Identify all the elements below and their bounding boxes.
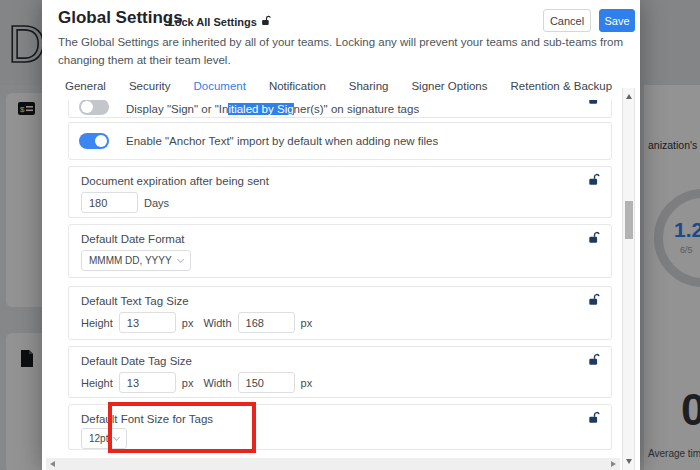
date-tag-size-label: Default Date Tag Size (81, 355, 599, 367)
height-label: Height (81, 377, 113, 389)
tab-retention-backup[interactable]: Retention & Backup (511, 80, 613, 92)
modal-title: Global Settings (58, 8, 183, 28)
tab-sharing[interactable]: Sharing (349, 80, 389, 92)
setting-row-date-format: Default Date Format MMMM DD, YYYY (68, 224, 612, 278)
unlock-icon (588, 173, 601, 186)
unlock-icon (588, 353, 601, 366)
save-button[interactable]: Save (599, 9, 635, 32)
settings-scroll-area: Display "Sign" or "Initialed by Signer(s… (42, 100, 640, 470)
unlock-icon (261, 15, 272, 28)
vertical-scrollbar[interactable] (622, 88, 635, 470)
lock-toggle-button[interactable] (588, 231, 601, 244)
vertical-scrollbar-thumb[interactable] (625, 201, 633, 239)
date-tag-width-input[interactable] (238, 372, 295, 393)
lock-all-settings-button[interactable]: Lock All Settings (168, 15, 272, 28)
chevron-down-icon (177, 255, 184, 262)
anchor-text-toggle[interactable] (79, 133, 109, 149)
setting-row-document-expiration: Document expiration after being sent Day… (68, 166, 612, 218)
scroll-down-arrow-icon[interactable] (626, 459, 632, 464)
lock-toggle-button[interactable] (588, 353, 601, 366)
setting-row-text-tag-size: Default Text Tag Size Height px Width px (68, 286, 612, 340)
display-signature-text-label: Display "Sign" or "Initialed by Signer(s… (126, 103, 419, 115)
font-size-select[interactable]: 12pt (81, 428, 127, 449)
modal-description: The Global Settings are inherited by all… (58, 34, 630, 70)
horizontal-scrollbar[interactable] (46, 458, 620, 470)
expiration-unit-label: Days (144, 197, 169, 209)
date-format-value: MMMM DD, YYYY (89, 255, 172, 266)
tab-document[interactable]: Document (193, 80, 245, 92)
setting-row-date-tag-size: Default Date Tag Size Height px Width px (68, 346, 612, 398)
selected-text: itialed by Sig (228, 103, 293, 115)
lock-toggle-button[interactable] (588, 293, 601, 306)
setting-row-anchor-text: Enable "Anchor Text" import by default w… (68, 122, 612, 160)
font-size-value: 12pt (89, 433, 108, 444)
unlock-icon (588, 411, 601, 424)
global-settings-modal: Global Settings Lock All Settings Cancel… (42, 0, 640, 470)
font-size-label: Default Font Size for Tags (81, 413, 599, 425)
date-format-label: Default Date Format (81, 233, 599, 245)
anchor-text-label: Enable "Anchor Text" import by default w… (126, 135, 438, 147)
lock-all-settings-label: Lock All Settings (168, 16, 257, 28)
expiration-days-input[interactable] (81, 192, 138, 213)
width-label: Width (203, 377, 231, 389)
px-unit-label: px (301, 377, 313, 389)
unlock-icon (588, 100, 601, 105)
tab-security[interactable]: Security (129, 80, 171, 92)
settings-tabs: General Security Document Notification S… (65, 80, 612, 92)
unlock-icon (588, 293, 601, 306)
lock-toggle-button[interactable] (588, 411, 601, 424)
text-tag-height-input[interactable] (119, 312, 176, 333)
setting-row-display-signature-tag-text: Display "Sign" or "Initialed by Signer(s… (68, 100, 612, 118)
display-signature-text-toggle[interactable] (79, 100, 109, 115)
cancel-button[interactable]: Cancel (543, 9, 591, 32)
scroll-right-arrow-icon[interactable] (611, 461, 616, 467)
date-format-select[interactable]: MMMM DD, YYYY (81, 250, 191, 271)
unlock-icon (588, 231, 601, 244)
tab-signer-options[interactable]: Signer Options (411, 80, 487, 92)
lock-toggle-button[interactable] (588, 173, 601, 186)
date-tag-height-input[interactable] (119, 372, 176, 393)
px-unit-label: px (301, 317, 313, 329)
px-unit-label: px (182, 317, 194, 329)
screen: D $ anization's B 1.2 6/5 0 Average tim … (0, 0, 700, 470)
px-unit-label: px (182, 377, 194, 389)
height-label: Height (81, 317, 113, 329)
expiration-label: Document expiration after being sent (81, 175, 599, 187)
scroll-up-arrow-icon[interactable] (626, 94, 632, 99)
setting-row-font-size: Default Font Size for Tags 12pt (68, 404, 612, 450)
scroll-left-arrow-icon[interactable] (50, 461, 55, 467)
width-label: Width (203, 317, 231, 329)
text-tag-size-label: Default Text Tag Size (81, 295, 599, 307)
text-tag-width-input[interactable] (238, 312, 295, 333)
tab-notification[interactable]: Notification (269, 80, 326, 92)
tab-general[interactable]: General (65, 80, 106, 92)
chevron-down-icon (113, 433, 120, 440)
lock-toggle-button[interactable] (588, 100, 601, 105)
